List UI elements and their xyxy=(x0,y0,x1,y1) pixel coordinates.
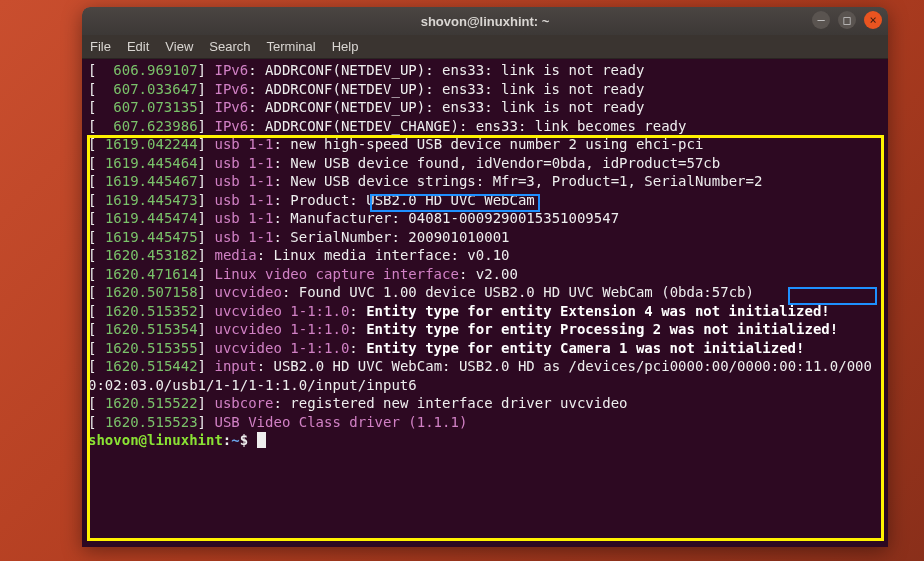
log-line: [ 607.073135] IPv6: ADDRCONF(NETDEV_UP):… xyxy=(88,98,882,117)
log-line: [ 1619.445474] usb 1-1: Manufacturer: 04… xyxy=(88,209,882,228)
log-line: [ 1620.507158] uvcvideo: Found UVC 1.00 … xyxy=(88,283,882,302)
terminal-content[interactable]: [ 606.969107] IPv6: ADDRCONF(NETDEV_UP):… xyxy=(82,59,888,547)
log-line: [ 1619.042244] usb 1-1: new high-speed U… xyxy=(88,135,882,154)
menu-file[interactable]: File xyxy=(90,39,111,54)
log-line: [ 1620.515352] uvcvideo 1-1:1.0: Entity … xyxy=(88,302,882,321)
menu-terminal[interactable]: Terminal xyxy=(267,39,316,54)
menu-help[interactable]: Help xyxy=(332,39,359,54)
cursor xyxy=(257,432,266,448)
log-line: [ 1620.515442] input: USB2.0 HD UVC WebC… xyxy=(88,357,882,394)
terminal-window: shovon@linuxhint: ~ – □ × File Edit View… xyxy=(82,7,888,547)
menu-search[interactable]: Search xyxy=(209,39,250,54)
log-line: [ 1620.515522] usbcore: registered new i… xyxy=(88,394,882,413)
log-line: [ 607.033647] IPv6: ADDRCONF(NETDEV_UP):… xyxy=(88,80,882,99)
maximize-button[interactable]: □ xyxy=(838,11,856,29)
titlebar[interactable]: shovon@linuxhint: ~ – □ × xyxy=(82,7,888,35)
log-line: [ 1619.445475] usb 1-1: SerialNumber: 20… xyxy=(88,228,882,247)
log-line: [ 606.969107] IPv6: ADDRCONF(NETDEV_UP):… xyxy=(88,61,882,80)
log-line: [ 1620.515523] USB Video Class driver (1… xyxy=(88,413,882,432)
log-line: [ 1619.445467] usb 1-1: New USB device s… xyxy=(88,172,882,191)
prompt-line[interactable]: shovon@linuxhint:~$ xyxy=(88,431,882,450)
log-line: [ 607.623986] IPv6: ADDRCONF(NETDEV_CHAN… xyxy=(88,117,882,136)
menu-edit[interactable]: Edit xyxy=(127,39,149,54)
minimize-button[interactable]: – xyxy=(812,11,830,29)
menubar: File Edit View Search Terminal Help xyxy=(82,35,888,59)
log-line: [ 1620.515354] uvcvideo 1-1:1.0: Entity … xyxy=(88,320,882,339)
log-line: [ 1620.471614] Linux video capture inter… xyxy=(88,265,882,284)
log-line: [ 1620.515355] uvcvideo 1-1:1.0: Entity … xyxy=(88,339,882,358)
close-button[interactable]: × xyxy=(864,11,882,29)
window-title: shovon@linuxhint: ~ xyxy=(421,14,550,29)
menu-view[interactable]: View xyxy=(165,39,193,54)
log-line: [ 1619.445473] usb 1-1: Product: USB2.0 … xyxy=(88,191,882,210)
log-line: [ 1620.453182] media: Linux media interf… xyxy=(88,246,882,265)
log-line: [ 1619.445464] usb 1-1: New USB device f… xyxy=(88,154,882,173)
window-controls: – □ × xyxy=(812,11,882,29)
